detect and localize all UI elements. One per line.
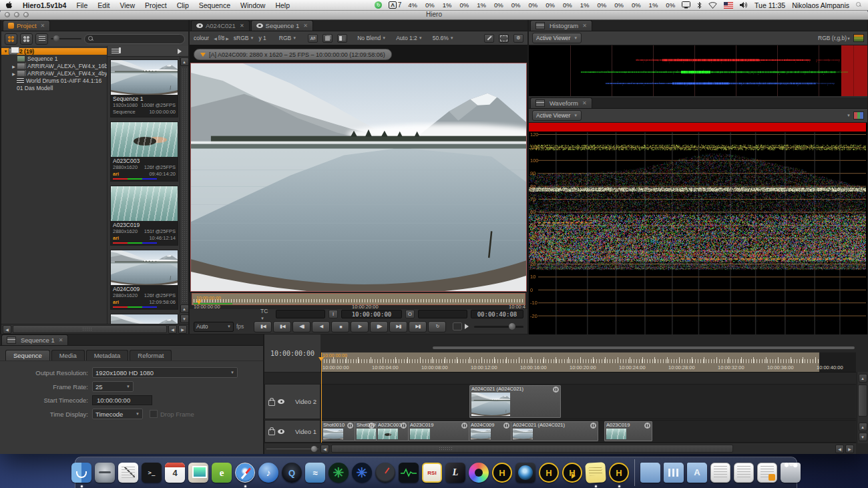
- close-icon[interactable]: ✕: [41, 23, 45, 29]
- timeline-clip[interactable]: A024C009: [469, 421, 511, 441]
- timeline-zoom-slider[interactable]: [266, 445, 318, 452]
- bin-item[interactable]: Sequence 11920x10801008f @25FPSSequence1…: [110, 59, 178, 117]
- dock-hiero-3-icon[interactable]: H: [608, 458, 630, 487]
- stack-mode-icon[interactable]: [322, 34, 333, 43]
- prev-edit-button[interactable]: ▮◀: [273, 321, 291, 332]
- dock-finder-icon[interactable]: [71, 458, 92, 487]
- timeline-clip[interactable]: A023C019: [604, 421, 652, 441]
- eye-icon[interactable]: [278, 399, 284, 404]
- scroll-up-icon[interactable]: ▲: [859, 423, 867, 431]
- subtab-reformat[interactable]: Reformat: [130, 350, 172, 360]
- track-lane-video1[interactable]: Shot0010Shot0009A023C003A023C019A024C009…: [320, 420, 856, 443]
- dock-textedit-icon[interactable]: [118, 458, 139, 487]
- expander-icon[interactable]: ▶: [11, 64, 17, 69]
- scroll-down-icon[interactable]: ▼: [859, 433, 867, 441]
- apple-menu-icon[interactable]: [5, 1, 13, 9]
- dock-pinwheel-blue-icon[interactable]: [351, 458, 373, 487]
- audio-mute-toggle[interactable]: [453, 322, 462, 330]
- filter-icon[interactable]: [112, 49, 120, 54]
- dock-photos-icon[interactable]: [188, 458, 209, 487]
- start-timecode-field[interactable]: 10:00:00:00: [92, 395, 152, 405]
- waveform-mode-dropdown[interactable]: ▼: [847, 113, 851, 117]
- play-forward-button[interactable]: ▶: [351, 321, 369, 332]
- display-menu-icon[interactable]: [682, 1, 690, 9]
- scroll-left-icon[interactable]: ◀: [168, 325, 177, 334]
- eyedropper-icon[interactable]: [484, 34, 494, 43]
- bin-item[interactable]: A023C0192880x1620151f @25FPSari10:46:12:…: [110, 186, 178, 246]
- timeline-clip[interactable]: A024C021 (A024C021): [511, 421, 598, 441]
- close-icon[interactable]: ✕: [240, 23, 244, 29]
- timeline-clip[interactable]: Shot0010: [321, 421, 355, 441]
- waveform-source-dropdown[interactable]: Active Viewer▼: [532, 110, 582, 121]
- bin-tree-item[interactable]: ▶ARRIRAW_ALEXA_FW4.x_4by3: [1, 70, 107, 77]
- volume-slider[interactable]: [474, 326, 523, 328]
- zoom-dropdown[interactable]: 50.6%▼: [433, 35, 454, 41]
- timeline-clip[interactable]: A023C003: [376, 421, 409, 441]
- dock-stickies-icon[interactable]: [585, 458, 606, 487]
- bin-scrollbar[interactable]: ▲ ▲ ▼: [180, 57, 188, 324]
- menu-app-name[interactable]: Hiero1.5v1b4: [23, 1, 66, 9]
- dock-quicktime-icon[interactable]: Q: [281, 458, 302, 487]
- menu-file[interactable]: File: [76, 1, 87, 9]
- in-point-field[interactable]: [276, 310, 325, 318]
- stop-button[interactable]: ■: [331, 321, 349, 332]
- bluetooth-menu-icon[interactable]: [697, 1, 702, 9]
- play-backward-button[interactable]: ◀: [312, 321, 330, 332]
- dock-activity-monitor-icon[interactable]: [398, 458, 419, 487]
- dock-calendar-icon[interactable]: 4: [164, 458, 186, 487]
- frame-rate-dropdown[interactable]: 25▼: [92, 381, 134, 392]
- thumbnail-size-slider[interactable]: [51, 35, 81, 42]
- set-in-button[interactable]: I: [329, 310, 339, 318]
- timeline-vscrollbar[interactable]: ▲ ▲ ▼: [857, 372, 868, 443]
- goto-end-button[interactable]: ▶▮: [409, 321, 427, 332]
- tab-histogram[interactable]: Histogram✕: [530, 20, 592, 31]
- menu-clip[interactable]: Clip: [177, 1, 189, 9]
- subtab-media[interactable]: Media: [51, 350, 85, 360]
- scroll-left-icon[interactable]: ◀: [3, 325, 11, 334]
- search-input[interactable]: [84, 34, 185, 44]
- gamma-control[interactable]: y 1: [258, 35, 266, 41]
- bin-tree-item[interactable]: 01 Das Modell: [1, 85, 107, 91]
- menu-help[interactable]: Help: [275, 1, 290, 9]
- sync-status-icon[interactable]: ↻: [375, 1, 382, 9]
- subtab-sequence[interactable]: Sequence: [5, 350, 50, 360]
- dock-pinwheel-green-icon[interactable]: [328, 458, 349, 487]
- track-header-video1[interactable]: Video 1: [264, 420, 320, 443]
- frame-back-button[interactable]: ◀▮: [292, 321, 310, 332]
- tab-sequence-1[interactable]: Sequence 1✕: [1, 334, 68, 345]
- menu-user[interactable]: Nikolaos Almpanis: [792, 1, 849, 9]
- gain-control[interactable]: ◀f/8▶: [214, 35, 229, 41]
- timeline-playhead[interactable]: [321, 352, 322, 443]
- view-list-button[interactable]: [35, 33, 48, 45]
- spotlight-icon[interactable]: [856, 2, 863, 9]
- dock-openoffice-icon[interactable]: ≈: [304, 458, 326, 487]
- bin-tree-item[interactable]: ▶ARRIRAW_ALEXA_FW4.x_16by: [1, 63, 107, 69]
- close-icon[interactable]: ✕: [582, 100, 587, 106]
- histogram-source-dropdown[interactable]: Active Viewer▼: [532, 33, 582, 43]
- scroll-up-icon[interactable]: ▲: [180, 57, 189, 66]
- expander-icon[interactable]: ▶: [11, 71, 17, 76]
- dock-nuke-icon[interactable]: [515, 458, 536, 487]
- wifi-menu-icon[interactable]: [708, 1, 717, 9]
- menu-view[interactable]: View: [120, 1, 135, 9]
- channel-dropdown[interactable]: colour: [194, 35, 209, 41]
- drop-frame-checkbox[interactable]: [150, 410, 158, 418]
- menu-window[interactable]: Window: [240, 1, 265, 9]
- out-point-field[interactable]: [418, 310, 467, 318]
- next-edit-button[interactable]: ▶▮: [389, 321, 407, 332]
- scroll-down-icon[interactable]: ▼: [180, 314, 189, 323]
- menu-sequence[interactable]: Sequence: [199, 1, 230, 9]
- current-timecode-field[interactable]: 10:00:00:00: [341, 310, 401, 318]
- timeline-clip[interactable]: Shot0009: [355, 421, 377, 441]
- dock-hiero-player-icon[interactable]: H: [562, 458, 583, 487]
- timeline-clip[interactable]: A023C019: [408, 421, 469, 441]
- tab-waveform[interactable]: Waveform✕: [530, 97, 592, 108]
- dock-hiero-2-icon[interactable]: H: [538, 458, 560, 487]
- fps-dropdown[interactable]: Auto▼: [194, 322, 234, 332]
- display-channels-dropdown[interactable]: RGB▼: [279, 35, 296, 41]
- scroll-right-icon[interactable]: ▶: [845, 445, 854, 453]
- ab-compare-icon[interactable]: AB: [308, 34, 318, 43]
- bin-item[interactable]: A023C0032880x1620126f @25FPSari09:40:14:…: [110, 121, 178, 182]
- viewer-image-area[interactable]: [A] A024C009: 2880 x 1620 – 25 FPS – 10:…: [190, 45, 527, 292]
- histogram-mode-dropdown[interactable]: RGB (r,g,b)▼: [818, 35, 851, 41]
